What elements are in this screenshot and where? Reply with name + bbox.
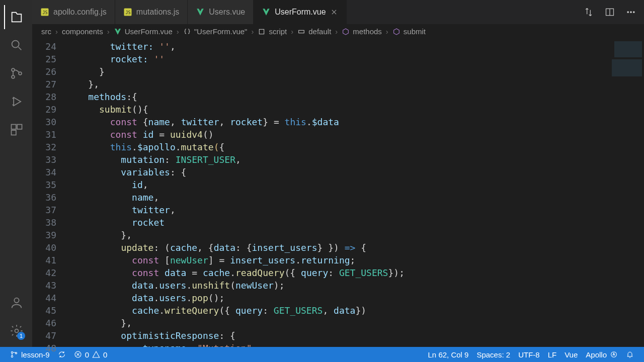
tab-users-vue[interactable]: Users.vue <box>188 0 254 24</box>
vue-file-icon <box>114 28 122 36</box>
more-actions-icon[interactable] <box>625 6 637 18</box>
tab-label: UserForm.vue <box>275 8 326 17</box>
activity-debug[interactable] <box>4 89 28 114</box>
status-indent[interactable]: Spaces: 2 <box>472 350 514 359</box>
vue-file-icon <box>196 8 205 17</box>
line-number-gutter: 2425262728293031323334353637383940414243… <box>32 39 66 347</box>
variable-icon <box>297 28 305 36</box>
status-eol[interactable]: LF <box>544 350 561 359</box>
svg-point-16 <box>633 12 635 13</box>
code-editor[interactable]: 2425262728293031323334353637383940414243… <box>32 39 604 347</box>
breadcrumb-item: default <box>297 27 331 36</box>
svg-point-19 <box>11 351 13 353</box>
activity-scm[interactable] <box>4 61 28 85</box>
activity-account[interactable] <box>4 291 28 315</box>
svg-point-15 <box>630 12 632 13</box>
svg-rect-18 <box>299 30 304 33</box>
tab-mutations-js[interactable]: JSmutations.js <box>115 0 188 24</box>
svg-rect-6 <box>12 130 16 135</box>
svg-rect-17 <box>260 29 264 34</box>
status-language[interactable]: Vue <box>560 350 582 359</box>
svg-point-7 <box>14 298 19 303</box>
js-file-icon: JS <box>40 8 49 17</box>
breadcrumb-item: submit <box>392 27 426 36</box>
code-content[interactable]: twitter: '', rocket: '' } }, methods:{ s… <box>66 39 604 347</box>
activity-explorer[interactable] <box>4 5 28 29</box>
tab-bar: JSapollo.config.jsJSmutations.jsUsers.vu… <box>32 0 644 24</box>
svg-point-8 <box>15 329 19 333</box>
split-editor-icon[interactable] <box>604 6 616 18</box>
js-file-icon: JS <box>123 8 132 17</box>
close-icon[interactable] <box>330 8 338 16</box>
tab-label: Users.vue <box>209 8 245 17</box>
breadcrumb-item: script <box>258 27 287 36</box>
status-cursor-position[interactable]: Ln 62, Col 9 <box>424 350 473 359</box>
status-bar: lesson-9 0 0 Ln 62, Col 9 Spaces: 2 UTF-… <box>0 347 644 362</box>
svg-rect-5 <box>17 125 22 129</box>
status-apollo[interactable]: Apollo <box>582 350 622 359</box>
breadcrumb[interactable]: src › components › UserForm.vue › "UserF… <box>32 24 644 39</box>
activity-search[interactable] <box>4 33 28 57</box>
breadcrumb-item: src <box>41 27 51 36</box>
settings-badge: 1 <box>17 332 25 340</box>
breadcrumb-item: methods <box>342 27 382 36</box>
braces-icon <box>183 28 191 36</box>
tab-label: mutations.js <box>136 8 179 17</box>
svg-point-1 <box>12 68 15 71</box>
svg-point-3 <box>19 72 22 75</box>
activity-extensions[interactable] <box>4 118 28 142</box>
vue-file-icon <box>262 8 271 17</box>
svg-text:JS: JS <box>125 10 130 15</box>
status-problems[interactable]: 0 0 <box>70 347 112 362</box>
breadcrumb-item: components <box>62 27 103 36</box>
svg-point-2 <box>12 75 15 78</box>
module-icon <box>258 28 266 36</box>
method-icon <box>342 28 350 36</box>
tab-userform-vue[interactable]: UserForm.vue <box>254 0 346 24</box>
tab-label: apollo.config.js <box>53 8 107 17</box>
status-notifications[interactable] <box>622 350 638 358</box>
method-icon <box>392 28 400 36</box>
activity-bar: 1 <box>0 0 32 347</box>
breadcrumb-item: UserForm.vue <box>114 27 173 36</box>
breadcrumb-item: "UserForm.vue" <box>183 27 248 36</box>
status-encoding[interactable]: UTF-8 <box>514 350 544 359</box>
minimap[interactable] <box>604 39 644 347</box>
tab-apollo-config-js[interactable]: JSapollo.config.js <box>32 0 115 24</box>
svg-point-0 <box>12 41 19 48</box>
svg-point-20 <box>11 355 13 357</box>
compare-changes-icon[interactable] <box>583 6 595 18</box>
svg-rect-4 <box>12 125 16 129</box>
svg-text:JS: JS <box>43 10 48 15</box>
svg-point-14 <box>627 12 629 13</box>
activity-settings[interactable]: 1 <box>4 319 28 343</box>
